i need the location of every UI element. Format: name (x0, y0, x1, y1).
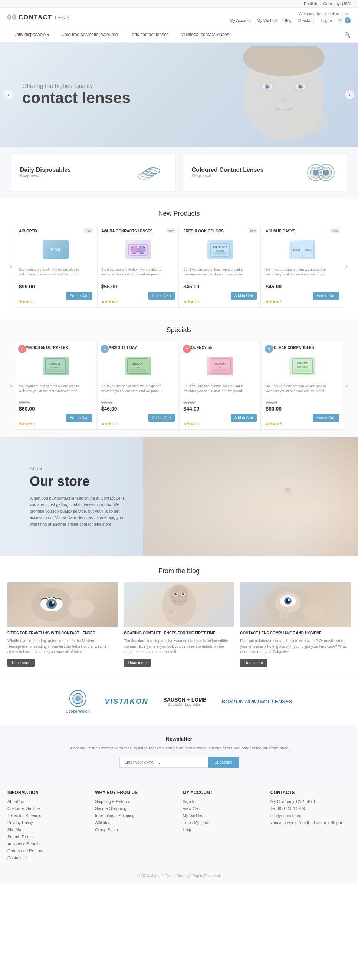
currency-selector[interactable]: Currency: USD (323, 2, 350, 6)
footer-col-account: My account Sign In View Cart My Wishlist… (183, 790, 263, 862)
footer-link-sitemap[interactable]: Site Map (8, 827, 23, 832)
stars-3: ★★★★☆ (266, 299, 339, 304)
brand-bausch: BAUSCH + LOMB See better. Live better. (163, 697, 207, 706)
specials-prev[interactable]: ‹ (8, 342, 15, 430)
product-desc-s1: So, if you are one of them we are glad t… (101, 384, 175, 397)
my-account-link[interactable]: My Account (230, 18, 251, 23)
brand-coopervision: CooperVision (66, 689, 90, 713)
svg-text:ACUVUE: ACUVUE (293, 249, 301, 251)
svg-text:OASYS: OASYS (305, 249, 312, 251)
logo-icon (8, 14, 16, 21)
add-to-cart-s0[interactable]: Add to Cart (66, 414, 92, 422)
daily-disposables-image (133, 161, 166, 184)
product-card-frequency: FREQUENCY 55 % FREQUENCY 55 So, if you a… (179, 342, 261, 430)
read-more-1[interactable]: Read more (124, 659, 151, 667)
add-to-cart-0[interactable]: Add to Cart (66, 292, 92, 299)
hero-subtitle: Offering the highest quality (22, 83, 131, 89)
product-badge-2: new (249, 228, 258, 233)
checkout-link[interactable]: Checkout (298, 18, 315, 23)
product-desc-s3: So, if you are one of them we are glad t… (266, 384, 339, 397)
product-old-price-2: $60.00 (184, 400, 257, 404)
footer-link-group[interactable]: Group Sales (95, 827, 117, 832)
blog-post-title-2: CONTACT LENS COMPLIANCE AND HYGIENE (240, 631, 350, 636)
box-proclear: PROCLEAR COMPATIBLES (289, 357, 315, 375)
footer-link-privacy[interactable]: Privacy Policy (8, 820, 33, 825)
logo[interactable]: CONTACT LENS (8, 14, 70, 21)
add-to-cart-s1[interactable]: Add to Cart (148, 414, 175, 422)
footer-link-secure[interactable]: Secure Shopping (95, 806, 126, 811)
stars-1: ★★★★☆ (101, 299, 175, 304)
add-to-cart-2[interactable]: Add to Cart (231, 292, 257, 299)
product-card-air-optix: AIR OPTIX new PTIX So, if you are one of… (15, 225, 97, 308)
blog-link[interactable]: Blog (284, 18, 291, 23)
footer-link-contact[interactable]: Contact Us (8, 856, 27, 860)
footer-link-shipping[interactable]: Shipping & Returns (95, 799, 130, 804)
brands-section: CooperVision VISTAKON BAUSCH + LOMB See … (0, 678, 358, 725)
footer-link-telesales[interactable]: Telesales Services (8, 813, 41, 818)
svg-point-13 (284, 106, 328, 135)
footer-heading-account: My account (183, 790, 263, 795)
about-text: When you buy contact lenses online at Co… (30, 495, 126, 528)
product-name-avaira: AVAIRA CONRACTS LENSES (101, 229, 175, 233)
about-section: About Our store When you buy contact len… (0, 437, 358, 556)
svg-point-56 (221, 479, 318, 544)
shop-now-daily[interactable]: Shop now! (20, 174, 39, 178)
read-more-2[interactable]: Read more (240, 659, 267, 667)
nav-daily-disposable[interactable]: Daily disposable ▾ (8, 27, 55, 42)
wishlist-link[interactable]: My Wishlist (257, 18, 277, 23)
product-card-biomedics: BIOMEDICS 55 ULTRAFLEX % BIOMEDICS 55 UL… (15, 342, 97, 430)
footer-email[interactable]: info@domain.org (271, 813, 302, 818)
header: CONTACT LENS Welcome to our online store… (0, 8, 358, 27)
blog-img-2 (240, 582, 350, 627)
login-link[interactable]: Log In (320, 18, 332, 23)
footer-link-orders[interactable]: Orders and Returns (8, 849, 43, 853)
newsletter-email-input[interactable] (119, 757, 209, 768)
add-to-cart-3[interactable]: Add to Cart (313, 292, 339, 299)
add-to-cart-s3[interactable]: Add to Cart (313, 414, 339, 422)
blog-post-text-2: Ever put a flattened contact back in wit… (240, 638, 350, 656)
svg-rect-73 (279, 606, 283, 620)
read-more-0[interactable]: Read more (8, 659, 35, 667)
cart-icon[interactable]: 🛒0 (338, 18, 350, 23)
footer-contacts-list: My Company 1234 5678 Tel: 800 1234 5789 … (271, 799, 350, 825)
shop-now-coloured[interactable]: Shop now! (192, 174, 211, 178)
footer-link-affiliates[interactable]: Affiliates (95, 820, 110, 825)
nav-multifocal[interactable]: Multifocal contact lenses (175, 27, 235, 42)
blog-section: From the blog 5 TIPS FOR TR (0, 556, 358, 678)
hero-next-arrow[interactable]: › (345, 90, 354, 99)
newsletter-subscribe-button[interactable]: Subscribe (209, 757, 239, 768)
add-to-cart-1[interactable]: Add to Cart (148, 292, 175, 299)
footer-link-viewcart[interactable]: View Cart (183, 806, 200, 811)
svg-rect-74 (284, 605, 288, 619)
blog-card-1: WEARING CONTACT LENSES FOR THE FIRST TIM… (124, 582, 234, 667)
product-name-frequency: FREQUENCY 55 (184, 345, 257, 350)
new-products-prev[interactable]: ‹ (8, 225, 15, 308)
box-freshlook: FRESHLOOK COLORS (207, 240, 233, 259)
dropdown-arrow-icon: ▾ (47, 32, 49, 37)
newsletter-form: Subscribe (8, 757, 350, 768)
new-products-next[interactable]: › (343, 225, 350, 308)
footer-link-trackorder[interactable]: Track My Order (183, 820, 211, 825)
footer-link-advanced-search[interactable]: Advanced Search (8, 842, 40, 846)
footer-link-about[interactable]: About Us (8, 799, 24, 804)
footer-heading-information: Information (8, 790, 87, 795)
footer-link-customer[interactable]: Customer Service (8, 806, 40, 811)
add-to-cart-s2[interactable]: Add to Cart (231, 414, 257, 422)
nav-toric[interactable]: Toric contact lenses (124, 27, 174, 42)
footer-link-search-terms[interactable]: Search Terms (8, 835, 33, 839)
hero-content: Offering the highest quality contact len… (0, 68, 153, 121)
specials-next[interactable]: › (343, 342, 350, 430)
footer-link-international[interactable]: International Shipping (95, 813, 134, 818)
product-card-clearsight: CLEARSIGHT 1 DAY % CLEARSIGHT 1 DAY So, … (97, 342, 179, 430)
product-img-air-optix: PTIX (19, 235, 92, 264)
search-icon[interactable]: 🔍 (344, 32, 350, 38)
language-selector[interactable]: English (304, 2, 317, 6)
nav-coloured-cosmetic[interactable]: Coloured cosmetic lealoured (55, 27, 124, 42)
footer-link-help[interactable]: Help (183, 827, 192, 832)
box-frequency: FREQUENCY 55 (207, 357, 233, 375)
footer-link-mywishlist[interactable]: My Wishlist (183, 813, 204, 818)
footer-links-information: About Us Customer Service Telesales Serv… (8, 799, 87, 861)
svg-point-66 (174, 593, 177, 595)
footer-link-signin[interactable]: Sign In (183, 799, 195, 804)
svg-rect-32 (212, 253, 227, 255)
